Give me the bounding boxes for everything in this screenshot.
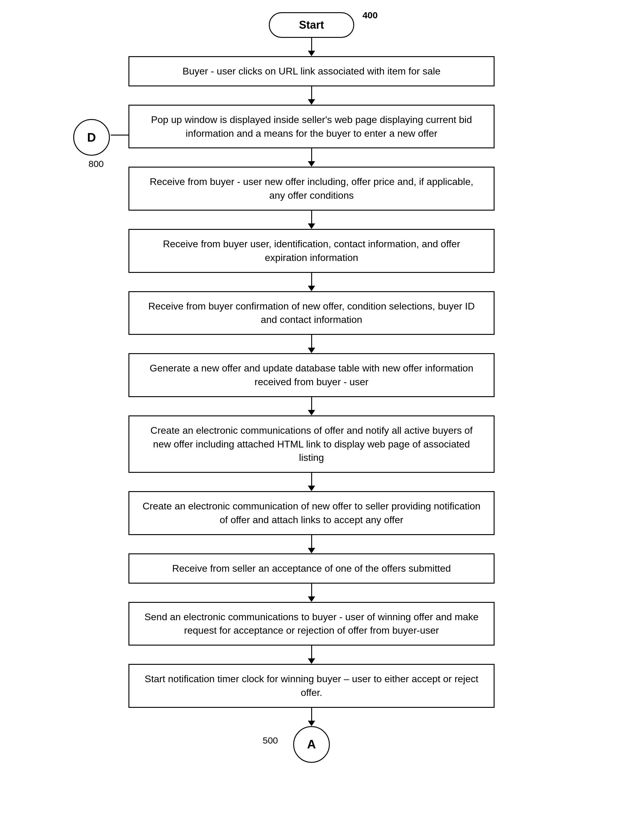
start-box-wrapper: Start 400 (0, 12, 623, 38)
step-420-wrapper: Send an electronic communications to buy… (0, 602, 623, 646)
arrow-6 (308, 397, 315, 415)
start-terminal: Start 400 (269, 12, 354, 38)
start-terminal-wrapper: Start 400 (0, 12, 623, 38)
step-412-text: Generate a new offer and update database… (150, 362, 474, 387)
step-418-wrapper: Receive from seller an acceptance of one… (0, 553, 623, 584)
arrow-7 (308, 473, 315, 491)
step-410-wrapper: Receive from buyer confirmation of new o… (0, 291, 623, 335)
end-ref: 500 (263, 735, 278, 746)
step-414-box-wrapper: Create an electronic communications of o… (0, 415, 623, 473)
step-412-wrapper: Generate a new offer and update database… (0, 353, 623, 397)
step-408-box-wrapper: Receive from buyer user, identification,… (0, 229, 623, 273)
step-418-text: Receive from seller an acceptance of one… (172, 563, 451, 574)
arrow-9 (308, 584, 315, 602)
step-416-box: Create an electronic communication of ne… (129, 491, 494, 535)
start-ref: 400 (362, 10, 378, 20)
step-406-box-wrapper: Receive from buyer - user new offer incl… (0, 167, 623, 210)
step-414-wrapper: Create an electronic communications of o… (0, 415, 623, 473)
step-412-box-wrapper: Generate a new offer and update database… (0, 353, 623, 397)
end-box-wrapper: 500 A (0, 726, 623, 763)
step-416-box-wrapper: Create an electronic communication of ne… (0, 491, 623, 535)
step-422-wrapper: Start notification timer clock for winni… (0, 664, 623, 708)
step-414-text: Create an electronic communications of o… (150, 425, 473, 463)
step-420-box-wrapper: Send an electronic communications to buy… (0, 602, 623, 646)
step-410-text: Receive from buyer confirmation of new o… (148, 301, 475, 326)
start-label: Start (299, 18, 324, 31)
step-412-box: Generate a new offer and update database… (129, 353, 494, 397)
step-404-text: Pop up window is displayed inside seller… (151, 114, 472, 139)
step-402-text: Buyer - user clicks on URL link associat… (183, 66, 440, 77)
step-408-text: Receive from buyer user, identification,… (163, 238, 460, 263)
step-422-box: Start notification timer clock for winni… (129, 664, 494, 708)
step-420-box: Send an electronic communications to buy… (129, 602, 494, 646)
step-406-wrapper: Receive from buyer - user new offer incl… (0, 167, 623, 210)
arrow-8 (308, 535, 315, 553)
step-410-box: Receive from buyer confirmation of new o… (129, 291, 494, 335)
step-418-box-wrapper: Receive from seller an acceptance of one… (0, 553, 623, 584)
arrow-2 (308, 148, 315, 167)
step-406-box: Receive from buyer - user new offer incl… (129, 167, 494, 210)
step-410-box-wrapper: Receive from buyer confirmation of new o… (0, 291, 623, 335)
step-422-text: Start notification timer clock for winni… (144, 673, 479, 698)
step-416-wrapper: Create an electronic communication of ne… (0, 491, 623, 535)
step-422-box-wrapper: Start notification timer clock for winni… (0, 664, 623, 708)
step-406-text: Receive from buyer - user new offer incl… (150, 176, 474, 201)
end-terminal: A (293, 726, 330, 763)
arrow-0 (308, 38, 315, 56)
step-404-wrapper: Pop up window is displayed inside seller… (0, 105, 623, 149)
flow-center: Start 400 Buyer - user clicks on URL lin… (0, 12, 623, 763)
step-402-wrapper: Buyer - user clicks on URL link associat… (0, 56, 623, 86)
end-label: A (307, 737, 316, 751)
arrow-4 (308, 273, 315, 291)
step-408-wrapper: Receive from buyer user, identification,… (0, 229, 623, 273)
step-418-box: Receive from seller an acceptance of one… (129, 553, 494, 584)
arrow-1 (308, 86, 315, 105)
step-402-box: Buyer - user clicks on URL link associat… (129, 56, 494, 86)
step-408-box: Receive from buyer user, identification,… (129, 229, 494, 273)
arrow-10 (308, 646, 315, 664)
arrow-11 (308, 708, 315, 726)
step-402-box-wrapper: Buyer - user clicks on URL link associat… (0, 56, 623, 86)
end-terminal-wrapper: 500 A (0, 726, 623, 763)
diagram-container: D 800 Start 400 Buyer - user clicks on U… (0, 0, 623, 840)
step-414-box: Create an electronic communications of o… (129, 415, 494, 473)
step-416-text: Create an electronic communication of ne… (143, 501, 480, 525)
arrow-5 (308, 335, 315, 353)
end-circle-wrapper: 500 A (293, 726, 330, 763)
step-404-box: Pop up window is displayed inside seller… (129, 105, 494, 149)
arrow-3 (308, 210, 315, 229)
step-404-box-wrapper: Pop up window is displayed inside seller… (0, 105, 623, 149)
step-420-text: Send an electronic communications to buy… (144, 611, 479, 636)
